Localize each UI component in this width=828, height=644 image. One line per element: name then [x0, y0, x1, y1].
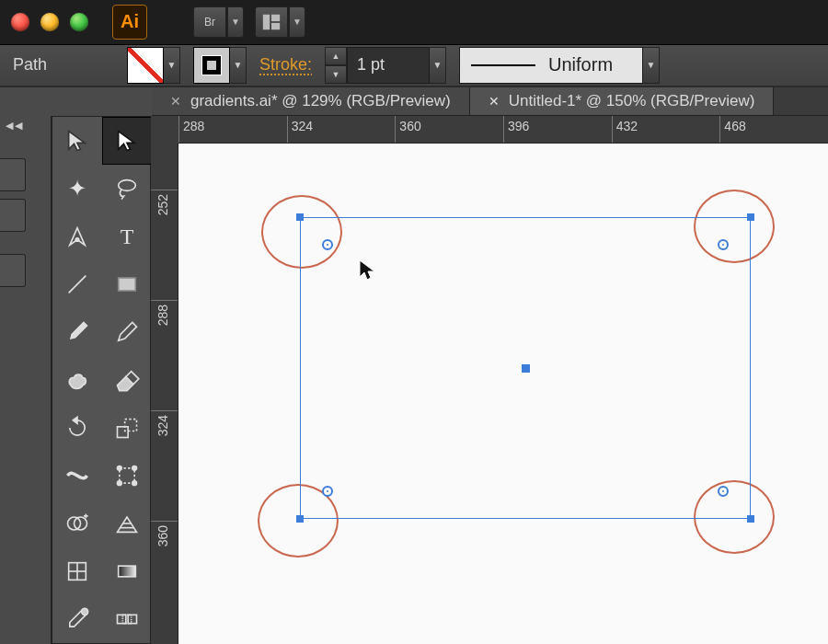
eraser-tool[interactable] — [102, 356, 152, 404]
artboard-canvas[interactable] — [178, 144, 828, 644]
type-tool[interactable]: T — [102, 213, 152, 260]
document-tabs: ✕ gradients.ai* @ 129% (RGB/Preview) ✕ U… — [152, 87, 828, 117]
live-corner-widget[interactable] — [322, 486, 333, 497]
main-area: ◀◀ ✦ T — [0, 116, 828, 644]
anchor-handle[interactable] — [747, 213, 754, 221]
illustrator-app-icon: Ai — [112, 5, 147, 40]
arrange-documents-dropdown[interactable]: ▼ — [289, 6, 305, 38]
ruler-tick-label: 396 — [508, 119, 529, 133]
stroke-weight-stepper[interactable]: ▲▼ — [325, 47, 347, 84]
svg-rect-23 — [118, 615, 126, 623]
svg-rect-2 — [271, 23, 280, 29]
live-corner-widget[interactable] — [718, 486, 729, 497]
stroke-panel-link[interactable]: Stroke: — [259, 55, 312, 75]
svg-rect-25 — [122, 615, 131, 623]
stroke-weight-dropdown[interactable]: ▼ — [430, 47, 446, 84]
svg-point-3 — [119, 180, 136, 191]
mesh-tool[interactable] — [52, 547, 102, 595]
tools-panel: ✦ T — [52, 116, 151, 644]
profile-display[interactable]: Uniform — [459, 47, 643, 84]
stroke-weight-up[interactable]: ▲ — [325, 47, 347, 65]
profile-dropdown[interactable]: ▼ — [643, 47, 660, 84]
close-window-button[interactable] — [11, 13, 29, 31]
blob-brush-tool[interactable] — [52, 356, 102, 404]
stroke-weight-down[interactable]: ▼ — [325, 65, 347, 84]
bridge-dropdown[interactable]: ▼ — [227, 6, 244, 38]
perspective-grid-tool[interactable] — [102, 500, 152, 547]
ruler-tick-label: 288 — [155, 305, 170, 326]
variable-width-profile[interactable]: Uniform ▼ — [459, 47, 660, 84]
document-view: 288 324 360 396 432 468 252 288 324 360 — [151, 116, 828, 644]
stroke-swatch[interactable] — [193, 47, 230, 84]
svg-point-10 — [118, 466, 122, 471]
vertical-ruler[interactable]: 252 288 324 360 — [151, 144, 178, 644]
svg-rect-9 — [120, 468, 134, 483]
fill-color-control[interactable]: ▼ — [127, 47, 180, 84]
doc-tab-gradients[interactable]: ✕ gradients.ai* @ 129% (RGB/Preview) — [152, 87, 470, 116]
svg-rect-8 — [125, 420, 137, 431]
live-corner-widget[interactable] — [322, 239, 333, 250]
stroke-weight-control[interactable]: ▲▼ 1 pt ▼ — [325, 47, 446, 84]
svg-point-12 — [118, 481, 122, 486]
pencil-tool[interactable] — [102, 308, 152, 356]
ruler-tick-label: 468 — [724, 119, 745, 133]
uniform-profile-icon — [471, 64, 535, 66]
lasso-tool[interactable] — [102, 165, 152, 213]
svg-rect-0 — [263, 15, 270, 30]
pen-tool[interactable] — [52, 213, 102, 260]
svg-rect-24 — [128, 615, 136, 623]
stroke-weight-field[interactable]: 1 pt — [347, 47, 430, 84]
rectangle-tool[interactable] — [102, 260, 152, 308]
anchor-handle[interactable] — [747, 515, 754, 523]
fill-dropdown[interactable]: ▼ — [164, 47, 180, 84]
ruler-tick-label: 360 — [399, 119, 420, 133]
width-tool[interactable] — [52, 452, 102, 500]
cursor-icon — [359, 259, 375, 282]
line-segment-tool[interactable] — [52, 260, 102, 308]
panel-stub-3[interactable] — [0, 254, 26, 287]
gradient-tool[interactable] — [102, 547, 152, 595]
arrange-documents[interactable]: ▼ — [255, 6, 305, 38]
svg-point-4 — [75, 238, 79, 242]
close-tab-icon[interactable]: ✕ — [170, 94, 181, 109]
stroke-dropdown[interactable]: ▼ — [230, 47, 247, 84]
expand-panels-icon[interactable]: ◀◀ — [6, 120, 24, 132]
panel-stub-2[interactable] — [0, 199, 26, 232]
svg-rect-1 — [271, 15, 280, 21]
svg-line-5 — [69, 276, 86, 293]
stroke-color-control[interactable]: ▼ — [193, 47, 247, 84]
anchor-handle[interactable] — [296, 515, 304, 523]
arrange-documents-icon[interactable] — [255, 6, 288, 38]
titlebar: Ai Br ▼ ▼ — [0, 0, 828, 45]
anchor-handle[interactable] — [296, 213, 304, 221]
panel-stub-1[interactable] — [0, 158, 26, 191]
paintbrush-tool[interactable] — [52, 308, 102, 356]
minimize-window-button[interactable] — [40, 13, 59, 31]
eyedropper-tool[interactable] — [52, 595, 102, 643]
rotate-tool[interactable] — [52, 404, 102, 452]
bridge-launcher[interactable]: Br ▼ — [193, 6, 244, 38]
direct-selection-tool[interactable] — [102, 117, 152, 165]
shape-builder-tool[interactable] — [52, 500, 102, 547]
ruler-tick-label: 324 — [155, 415, 170, 436]
blend-tool[interactable] — [102, 595, 152, 643]
app-window: Ai Br ▼ ▼ Path ▼ ▼ Stroke: ▲▼ 1 pt ▼ — [0, 0, 828, 644]
svg-point-11 — [132, 466, 137, 471]
svg-rect-7 — [118, 427, 129, 438]
selection-type-label: Path — [13, 55, 114, 75]
profile-label: Uniform — [548, 54, 613, 75]
zoom-window-button[interactable] — [70, 13, 88, 31]
free-transform-tool[interactable] — [102, 452, 152, 500]
horizontal-ruler[interactable]: 288 324 360 396 432 468 — [178, 116, 828, 144]
fill-none-swatch[interactable] — [127, 47, 164, 84]
svg-point-22 — [82, 608, 88, 615]
close-tab-icon[interactable]: ✕ — [489, 94, 500, 109]
collapsed-panel-rail[interactable]: ◀◀ — [0, 116, 52, 644]
scale-tool[interactable] — [102, 404, 152, 452]
ruler-tick-label: 252 — [155, 194, 170, 215]
doc-tab-untitled[interactable]: ✕ Untitled-1* @ 150% (RGB/Preview) — [470, 87, 775, 116]
selection-tool[interactable] — [52, 117, 102, 165]
magic-wand-tool[interactable]: ✦ — [52, 165, 102, 213]
live-corner-widget[interactable] — [718, 239, 729, 250]
bridge-icon[interactable]: Br — [193, 6, 226, 38]
